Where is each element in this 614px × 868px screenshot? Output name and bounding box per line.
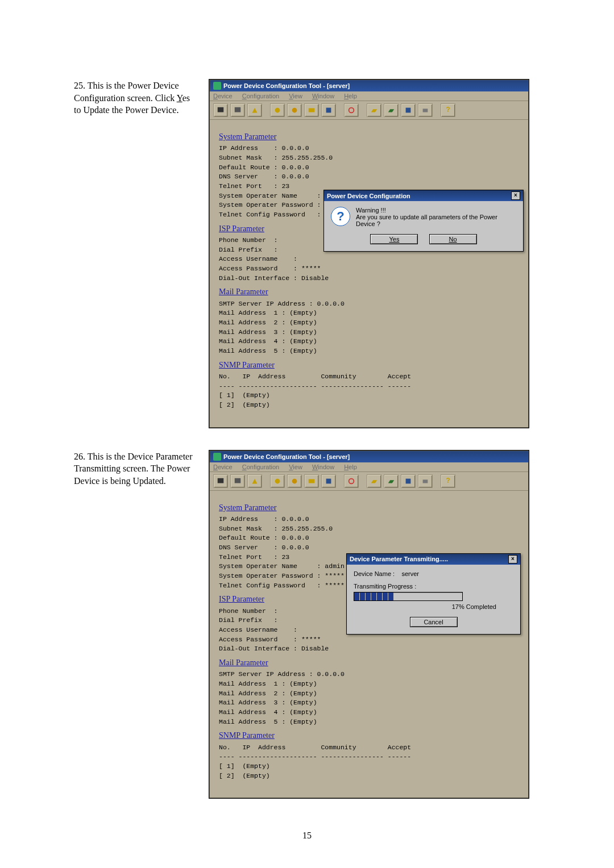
section-system: System Parameter bbox=[219, 131, 519, 143]
confirm-msg: Are you sure to update all parameters of… bbox=[356, 214, 516, 227]
menu-help-2[interactable]: Help bbox=[344, 464, 357, 470]
svg-point-15 bbox=[349, 478, 354, 483]
tb2-3[interactable] bbox=[247, 474, 262, 488]
tb-6[interactable] bbox=[304, 103, 319, 117]
confirm-close-button[interactable]: × bbox=[511, 191, 520, 200]
svg-rect-1 bbox=[235, 107, 241, 112]
tb2-8[interactable] bbox=[344, 474, 359, 488]
menu-device[interactable]: Device bbox=[213, 93, 233, 99]
confirm-no-button[interactable]: No bbox=[429, 234, 477, 244]
progress-bar bbox=[354, 592, 463, 601]
tb-2[interactable] bbox=[230, 103, 245, 117]
tb2-2[interactable] bbox=[230, 474, 245, 488]
device-name-value: server bbox=[401, 570, 419, 577]
svg-rect-13 bbox=[309, 479, 315, 483]
svg-rect-17 bbox=[423, 479, 428, 483]
isp-l2: Access Username : bbox=[219, 254, 519, 264]
tb2-1[interactable] bbox=[213, 474, 228, 488]
tb-11[interactable] bbox=[401, 103, 416, 117]
window-content-1: System Parameter IP Address : 0.0.0.0 Su… bbox=[210, 120, 528, 427]
progress-dialog: Device Parameter Transmiting..... × Devi… bbox=[346, 553, 521, 635]
menu-help[interactable]: Help bbox=[344, 93, 357, 99]
snmp-l1: ---- -------------------- --------------… bbox=[219, 382, 519, 391]
step-26: 26. This is the Device Parameter Transmi… bbox=[74, 450, 569, 799]
confirm-dialog-body: ? Warning !!! Are you sure to update all… bbox=[324, 201, 523, 251]
svg-point-2 bbox=[275, 108, 280, 113]
mail-l1: Mail Address 1 : (Empty) bbox=[219, 308, 519, 318]
progress-close-button[interactable]: × bbox=[508, 555, 517, 564]
tb-3[interactable] bbox=[247, 103, 262, 117]
mail2-l1: Mail Address 1 : (Empty) bbox=[219, 679, 519, 689]
section-mail: Mail Parameter bbox=[219, 286, 519, 298]
confirm-warning: Warning !!! bbox=[356, 207, 516, 214]
toolbar-2: ? bbox=[210, 472, 528, 491]
snmp-l0: No. IP Address Community Accept bbox=[219, 372, 519, 382]
tb-1[interactable] bbox=[213, 103, 228, 117]
tb-8[interactable] bbox=[344, 103, 359, 117]
mail-l0: SMTP Server IP Address : 0.0.0.0 bbox=[219, 299, 519, 309]
progress-label: Transmiting Progress : bbox=[354, 583, 513, 590]
question-icon: ? bbox=[331, 207, 350, 226]
step-25-desc-b: to Update the Power Device. bbox=[74, 105, 179, 115]
svg-point-3 bbox=[292, 108, 297, 113]
title-bar-2: Power Device Configuration Tool - [serve… bbox=[210, 451, 528, 462]
menu-view[interactable]: View bbox=[289, 93, 302, 99]
tb2-11[interactable] bbox=[401, 474, 416, 488]
menu-config-2[interactable]: Configuration bbox=[242, 464, 279, 470]
tb-5[interactable] bbox=[287, 103, 302, 117]
step-26-desc: This is the Device Parameter Transmittin… bbox=[74, 452, 193, 486]
tb2-9[interactable] bbox=[367, 474, 381, 488]
tb2-6[interactable] bbox=[304, 474, 319, 488]
tb2-12[interactable] bbox=[418, 474, 433, 488]
snmp2-l0: No. IP Address Community Accept bbox=[219, 743, 519, 753]
snmp2-l1: ---- -------------------- --------------… bbox=[219, 752, 519, 762]
mail-l2: Mail Address 2 : (Empty) bbox=[219, 318, 519, 328]
step-25-num: 25. bbox=[74, 81, 85, 90]
tb-help[interactable]: ? bbox=[441, 103, 455, 117]
window-title-2: Power Device Configuration Tool - [serve… bbox=[223, 453, 350, 460]
sys2-l3: DNS Server : 0.0.0.0 bbox=[219, 543, 519, 553]
tb2-help[interactable]: ? bbox=[441, 474, 455, 488]
progress-cancel-button[interactable]: Cancel bbox=[410, 617, 458, 627]
svg-rect-14 bbox=[326, 478, 331, 483]
help-icon: ? bbox=[446, 106, 450, 114]
tb2-10[interactable] bbox=[384, 474, 399, 488]
svg-rect-16 bbox=[406, 478, 411, 483]
mail-l4: Mail Address 4 : (Empty) bbox=[219, 337, 519, 347]
tb-12[interactable] bbox=[418, 103, 433, 117]
menu-window-2[interactable]: Window bbox=[312, 464, 334, 470]
tb-10[interactable] bbox=[384, 103, 399, 117]
step-25-text: 25. This is the Power Device Configurati… bbox=[74, 80, 209, 116]
sys-l3: DNS Server : 0.0.0.0 bbox=[219, 172, 519, 182]
section-snmp: SNMP Parameter bbox=[219, 360, 519, 371]
sys-l0: IP Address : 0.0.0.0 bbox=[219, 144, 519, 153]
menu-bar-2: Device Configuration View Window Help bbox=[210, 462, 528, 472]
menu-config[interactable]: Configuration bbox=[242, 93, 279, 99]
svg-rect-10 bbox=[235, 478, 241, 483]
tb-7[interactable] bbox=[321, 103, 336, 117]
progress-dialog-body: Device Name : server Transmiting Progres… bbox=[347, 565, 520, 634]
progress-pct: 17% Completed bbox=[354, 603, 513, 610]
help-icon-2: ? bbox=[446, 477, 450, 485]
mail-l5: Mail Address 5 : (Empty) bbox=[219, 347, 519, 356]
mail2-l0: SMTP Server IP Address : 0.0.0.0 bbox=[219, 670, 519, 679]
confirm-yes-button[interactable]: Yes bbox=[370, 234, 418, 244]
menu-window[interactable]: Window bbox=[312, 93, 334, 99]
snmp2-l2: [ 1] (Empty) bbox=[219, 762, 519, 771]
step-25-yes-u: Y bbox=[177, 93, 182, 103]
section-system-2: System Parameter bbox=[219, 502, 519, 514]
window-content-2: System Parameter IP Address : 0.0.0.0 Su… bbox=[210, 491, 528, 798]
tb-9[interactable] bbox=[367, 103, 381, 117]
mail2-l5: Mail Address 5 : (Empty) bbox=[219, 717, 519, 727]
mail2-l4: Mail Address 4 : (Empty) bbox=[219, 708, 519, 717]
tb2-5[interactable] bbox=[287, 474, 302, 488]
menu-view-2[interactable]: View bbox=[289, 464, 302, 470]
mail-l3: Mail Address 3 : (Empty) bbox=[219, 328, 519, 337]
menu-device-2[interactable]: Device bbox=[213, 464, 233, 470]
isp-l4: Dial-Out Interface : Disable bbox=[219, 274, 519, 283]
tb2-7[interactable] bbox=[321, 474, 336, 488]
tb2-4[interactable] bbox=[270, 474, 285, 488]
svg-rect-4 bbox=[309, 108, 315, 112]
isp2-l4: Dial-Out Interface : Disable bbox=[219, 644, 519, 654]
tb-4[interactable] bbox=[270, 103, 285, 117]
